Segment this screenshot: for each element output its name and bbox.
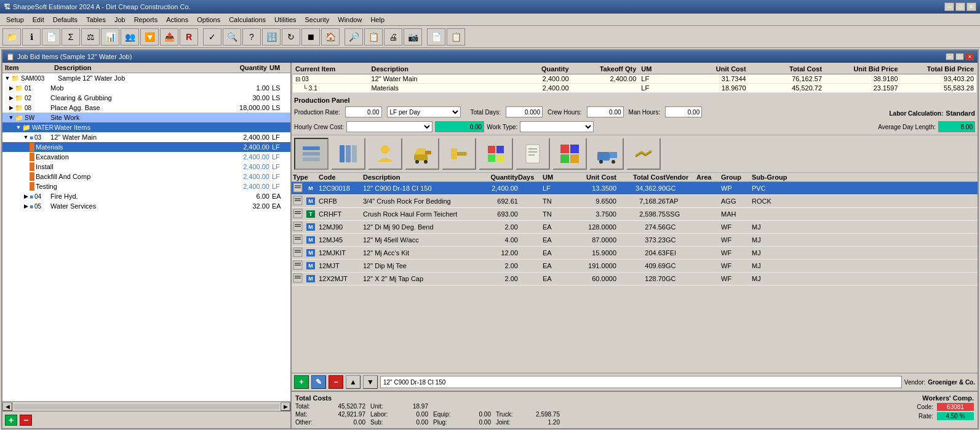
action-handshake-button[interactable] (626, 138, 661, 170)
close-button[interactable]: ✕ (966, 2, 976, 11)
action-contract-button[interactable] (516, 138, 550, 170)
tree-row-backfill[interactable]: Backfill And Comp 2,400.00 LF (2, 172, 290, 181)
tree-row-03[interactable]: ▼ ■ 03 12" Water Main 2,400.00 LF (2, 132, 290, 142)
mat-row-1[interactable]: M CRFB 3/4" Crush Rock For Bedding 692.6… (292, 195, 978, 208)
mat-row-5[interactable]: M 12MJKIT 12" Mj Acc's Kit 12.00 EA 15.9… (292, 247, 978, 260)
tree-row-materials[interactable]: Materials 2,400.00 LF (2, 142, 290, 152)
mat-row-4[interactable]: M 12MJ45 12" Mj 45ell W/acc 4.00 EA 87.0… (292, 234, 978, 247)
home-button[interactable]: 🏠 (321, 28, 340, 46)
action-list-button[interactable] (294, 138, 329, 170)
print-button[interactable]: 🖨 (384, 28, 402, 46)
menu-help[interactable]: Help (367, 15, 388, 25)
mat-edit-button[interactable]: ✎ (311, 375, 326, 389)
menu-edit[interactable]: Edit (29, 15, 48, 25)
window-close[interactable]: ✕ (965, 53, 974, 60)
search-button[interactable]: 🔍 (223, 28, 241, 46)
tree-row-02[interactable]: ▶ 📁 02 Clearing & Grubbing 30.00 LS (2, 93, 290, 103)
expand-sam003[interactable]: ▼ (4, 75, 11, 81)
ci-row-main[interactable]: ⊟ 03 12" Water Main 2,400.00 2,400.00 LF… (293, 74, 976, 84)
mat-down-button[interactable]: ▼ (363, 375, 378, 389)
menu-security[interactable]: Security (301, 15, 333, 25)
action-tools-button[interactable] (442, 138, 476, 170)
mat-add-button[interactable]: + (294, 375, 309, 389)
prod-rate-unit-select[interactable]: LF per Day LF per Hour EA per Day (387, 106, 461, 117)
check-button[interactable]: ✓ (203, 28, 221, 46)
paste2-button[interactable]: 📋 (447, 28, 465, 46)
info-button[interactable]: ℹ (22, 28, 41, 46)
mat-row-3[interactable]: M 12MJ90 12" Di Mj 90 Deg. Bend 2.00 EA … (292, 221, 978, 234)
work-type-select[interactable] (520, 121, 594, 132)
people-button[interactable]: 👥 (121, 28, 139, 46)
action-columns-button[interactable] (331, 138, 365, 170)
zoom-button[interactable]: 🔎 (345, 28, 363, 46)
scroll-right[interactable]: ▶ (281, 402, 290, 411)
open-folder-button[interactable]: 📁 (2, 28, 21, 46)
tree-row-01[interactable]: ▶ 📁 01 Mob 1.00 LS (2, 83, 290, 93)
chart-button[interactable]: 📊 (101, 28, 119, 46)
tree-row-install[interactable]: Install 2,400.00 LF (2, 162, 290, 172)
menu-reports[interactable]: Reports (130, 15, 162, 25)
action-truck-button[interactable] (589, 138, 624, 170)
expand-03[interactable]: ▼ (22, 134, 30, 140)
prod-crew-hours-input[interactable] (587, 106, 624, 117)
sum-button[interactable]: Σ (62, 28, 80, 46)
hourly-crew-select[interactable] (346, 121, 432, 132)
avg-day-input[interactable] (938, 121, 975, 132)
prod-rate-input[interactable] (345, 106, 382, 117)
mat-row-7[interactable]: M 12X2MJT 12" X 2" Mj Tap Cap 2.00 EA 60… (292, 273, 978, 285)
filter-button[interactable]: 🔽 (140, 28, 159, 46)
tree-scroll-h[interactable]: ◀ ▶ (2, 401, 290, 411)
expand-04[interactable]: ▶ (22, 193, 30, 199)
tree-delete-button[interactable]: − (20, 415, 32, 426)
expand-sw[interactable]: ▼ (7, 114, 15, 121)
menu-actions[interactable]: Actions (162, 15, 192, 25)
mat-row-2[interactable]: T CRHFT Crush Rock Haul Form Teichert 69… (292, 208, 978, 221)
action-crew-button[interactable] (368, 138, 402, 170)
mat-up-button[interactable]: ▲ (346, 375, 361, 389)
menu-tables[interactable]: Tables (82, 15, 110, 25)
prod-days-input[interactable] (506, 106, 543, 117)
tree-row-04[interactable]: ▶ ■ 04 Fire Hyd. 6.00 EA (2, 191, 290, 201)
expand-02[interactable]: ▶ (7, 95, 15, 101)
tree-row-water[interactable]: ▼ 📁 WATER Water Items (2, 122, 290, 132)
action-paint-button[interactable] (479, 138, 513, 170)
menu-setup[interactable]: Setup (2, 15, 28, 25)
calculator-button[interactable]: 🔢 (262, 28, 281, 46)
refresh-button[interactable]: ↻ (282, 28, 300, 46)
mat-desc-field[interactable]: 12" C900 Dr-18 CI 150 (380, 376, 902, 388)
stop-button[interactable]: ⏹ (301, 28, 320, 46)
scale-button[interactable]: ⚖ (81, 28, 100, 46)
mat-row-6[interactable]: M 12MJT 12" Dip Mj Tee 2.00 EA 191.0000 … (292, 260, 978, 273)
page-button[interactable]: 📄 (42, 28, 60, 46)
menu-calculations[interactable]: Calculations (225, 15, 269, 25)
tree-row-05[interactable]: ▶ ■ 05 Water Services 32.00 EA (2, 201, 290, 211)
tree-row-sw[interactable]: ▼ 📁 SW Site Work (2, 113, 290, 122)
tree-row-08[interactable]: ▶ 📁 08 Place Agg. Base 18,000.00 LS (2, 103, 290, 113)
window-minimize[interactable]: ─ (946, 53, 954, 60)
expand-05[interactable]: ▶ (22, 203, 30, 209)
export-button[interactable]: 📤 (160, 28, 178, 46)
menu-options[interactable]: Options (193, 15, 224, 25)
scroll-left[interactable]: ◀ (2, 402, 12, 411)
paste1-button[interactable]: 📄 (427, 28, 445, 46)
camera-button[interactable]: 📷 (404, 28, 422, 46)
tree-row-excavation[interactable]: Excavation 2,400.00 LF (2, 152, 290, 162)
menu-defaults[interactable]: Defaults (49, 15, 81, 25)
menu-window[interactable]: Window (334, 15, 365, 25)
r-button[interactable]: R (180, 28, 198, 46)
window-maximize[interactable]: □ (955, 53, 964, 60)
tree-add-button[interactable]: + (5, 415, 17, 426)
tree-row-testing[interactable]: Testing 2,400.00 LF (2, 181, 290, 191)
action-equipment-button[interactable] (405, 138, 439, 170)
menu-job[interactable]: Job (111, 15, 129, 25)
maximize-button[interactable]: □ (955, 2, 965, 11)
mat-delete-button[interactable]: − (329, 375, 343, 389)
action-color-grid-button[interactable] (552, 138, 587, 170)
help-button[interactable]: ? (242, 28, 261, 46)
ci-row-sub[interactable]: └ 3.1 Materials 2,400.00 LF 18.9670 45,5… (293, 84, 976, 93)
copy-button[interactable]: 📋 (364, 28, 383, 46)
mat-row-0[interactable]: M 12C90018 12" C900 Dr-18 CI 150 2,400.0… (292, 182, 978, 195)
tree-row-sam003[interactable]: ▼ 📁 SAM003 Sample 12" Water Job (2, 73, 290, 83)
expand-01[interactable]: ▶ (7, 85, 15, 91)
menu-utilities[interactable]: Utilities (271, 15, 300, 25)
